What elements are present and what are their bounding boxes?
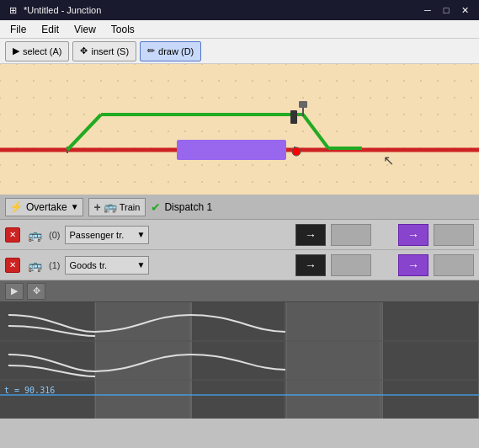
grey-box-1b — [434, 254, 474, 276]
train-type-0-select[interactable]: Passenger tr. ▼ — [65, 226, 149, 244]
arrow-purple-0-btn[interactable]: → — [398, 224, 428, 246]
title-bar: ⊞ *Untitled - Junction ─ □ ✕ — [0, 0, 479, 20]
minimize-button[interactable]: ─ — [420, 3, 435, 17]
arrow-right-dark-1-icon: → — [305, 259, 317, 272]
train-bus-icon: 🚌 — [104, 200, 117, 213]
select-label: select (A) — [23, 46, 61, 56]
arrow-right-purple-0-icon: → — [407, 228, 419, 242]
close-train-1-button[interactable]: ✕ — [5, 258, 20, 273]
svg-text:t = 90.316: t = 90.316 — [4, 386, 55, 395]
title-bar-buttons: ─ □ ✕ — [420, 3, 472, 17]
overtake-label: Overtake — [26, 201, 67, 213]
svg-rect-8 — [290, 110, 297, 124]
overtake-icon: ⚡ — [9, 200, 23, 213]
draw-tool-button[interactable]: ✏ draw (D) — [140, 41, 201, 61]
plus-icon: + — [94, 200, 101, 214]
canvas-area[interactable]: ↖ — [0, 64, 479, 195]
close-train-0-button[interactable]: ✕ — [5, 227, 20, 243]
train-row-1: ✕ 🚌 (1) Goods tr. ▼ → → — [0, 250, 479, 280]
draw-label: draw (D) — [158, 46, 194, 56]
arrow-purple-1-btn[interactable]: → — [398, 254, 428, 276]
train-type-0-label: Passenger tr. — [69, 230, 124, 240]
menu-file[interactable]: File — [3, 21, 33, 38]
grey-box-1 — [331, 254, 371, 276]
train-type-1-select[interactable]: Goods tr. ▼ — [65, 256, 149, 275]
timeline-svg: t = 90.316 — [0, 302, 479, 419]
track-canvas[interactable]: ↖ — [0, 64, 479, 195]
menu-bar: File Edit View Tools — [0, 20, 479, 39]
check-icon: ✔ — [151, 200, 161, 214]
arrow-dark-0-btn[interactable]: → — [295, 224, 326, 246]
insert-label: insert (S) — [91, 46, 129, 56]
train-btn-label: Train — [120, 202, 141, 212]
arrow-right-purple-1-icon: → — [407, 259, 419, 272]
train-icon-0: 🚌 — [25, 227, 44, 243]
timeline-toolbar: ▶ ✥ — [0, 280, 479, 302]
overtake-select[interactable]: ⚡ Overtake ▼ — [5, 198, 83, 216]
move-button[interactable]: ✥ — [27, 283, 45, 300]
close-button[interactable]: ✕ — [457, 3, 472, 17]
train-num-1: (1) — [49, 260, 60, 270]
dispatch-name: Dispatch 1 — [164, 201, 212, 213]
svg-line-4 — [67, 115, 101, 150]
svg-rect-3 — [177, 140, 286, 160]
app-icon: ⊞ — [7, 4, 19, 16]
insert-tool-button[interactable]: ✥ insert (S) — [72, 41, 136, 61]
menu-view[interactable]: View — [67, 21, 103, 38]
dispatch-label: ✔ Dispatch 1 — [151, 200, 212, 214]
maximize-button[interactable]: □ — [439, 3, 454, 17]
timeline-canvas[interactable]: t = 90.316 — [0, 302, 479, 419]
grey-box-0 — [331, 224, 371, 246]
svg-text:↖: ↖ — [383, 153, 394, 168]
timeline-area: ▶ ✥ — [0, 280, 479, 419]
train-type-1-label: Goods tr. — [69, 260, 107, 270]
grey-box-0b — [434, 224, 474, 246]
train-row-0: ✕ 🚌 (0) Passenger tr. ▼ → → — [0, 220, 479, 250]
title-bar-left: ⊞ *Untitled - Junction — [7, 4, 101, 16]
svg-point-9 — [292, 147, 301, 156]
overtake-dropdown-icon: ▼ — [71, 202, 79, 211]
train-icon-1: 🚌 — [25, 258, 44, 273]
menu-tools[interactable]: Tools — [104, 21, 141, 38]
cursor-icon: ▶ — [13, 45, 19, 56]
play-button[interactable]: ▶ — [5, 283, 24, 300]
svg-rect-11 — [299, 101, 307, 108]
train-type-0-dropdown-icon: ▼ — [137, 230, 146, 239]
arrow-right-dark-0-icon: → — [305, 228, 317, 242]
select-tool-button[interactable]: ▶ select (A) — [5, 41, 69, 61]
toolbar: ▶ select (A) ✥ insert (S) ✏ draw (D) — [0, 39, 479, 64]
train-type-1-dropdown-icon: ▼ — [137, 260, 146, 269]
add-train-button[interactable]: + 🚌 Train — [88, 198, 146, 216]
train-num-0: (0) — [49, 230, 60, 240]
svg-line-6 — [303, 115, 328, 148]
insert-icon: ✥ — [80, 45, 88, 56]
dispatch-row: ⚡ Overtake ▼ + 🚌 Train ✔ Dispatch 1 — [0, 195, 479, 220]
arrow-dark-1-btn[interactable]: → — [295, 254, 326, 276]
pencil-icon: ✏ — [147, 45, 155, 56]
menu-edit[interactable]: Edit — [35, 21, 66, 38]
window-title: *Untitled - Junction — [24, 5, 101, 15]
